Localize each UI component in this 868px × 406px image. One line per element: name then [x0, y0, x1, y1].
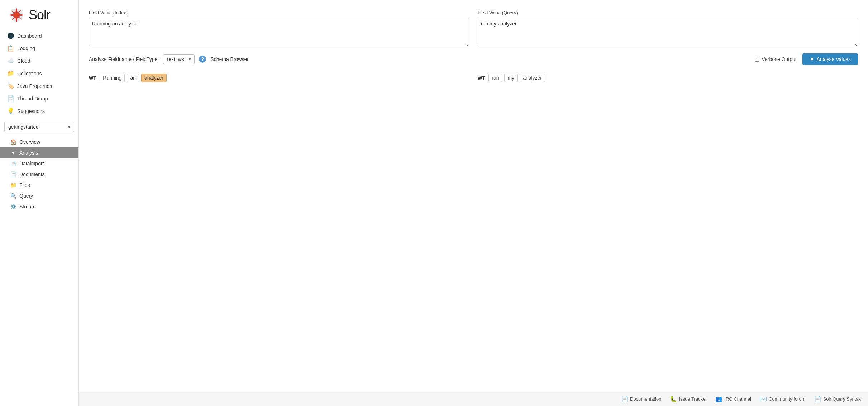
verbose-output-label[interactable]: Verbose Output — [755, 56, 796, 62]
sidebar-sub-item-query[interactable]: 🔍 Query — [0, 190, 78, 201]
dashboard-icon: 🌑 — [7, 32, 14, 39]
tokens-index-panel: WT Running an analyzer — [89, 74, 469, 82]
token-an: an — [127, 74, 139, 82]
help-icon[interactable]: ? — [199, 56, 206, 63]
field-index-group: Field Value (Index) Running an analyzer — [89, 10, 469, 46]
irc-channel-icon: 👥 — [715, 396, 722, 402]
suggestions-icon: 💡 — [7, 108, 14, 114]
sidebar-item-suggestions-label: Suggestions — [17, 108, 45, 114]
sidebar-item-suggestions[interactable]: 💡 Suggestions — [0, 105, 78, 117]
community-forum-label: Community forum — [769, 396, 806, 402]
fieldtype-select[interactable]: text_ws — [163, 54, 195, 64]
footer-solr-query-syntax-link[interactable]: 📄 Solr Query Syntax — [814, 396, 861, 402]
sidebar-item-collections[interactable]: 📁 Collections — [0, 67, 78, 80]
issue-tracker-icon: 🐛 — [670, 396, 677, 402]
query-icon: 🔍 — [10, 193, 16, 199]
token-my: my — [504, 74, 518, 82]
analyse-values-label: Analyse Values — [817, 56, 851, 62]
collections-icon: 📁 — [7, 70, 14, 77]
sidebar-sub-item-query-label: Query — [19, 193, 33, 199]
field-query-textarea[interactable]: run my analyzer — [478, 18, 858, 46]
analyse-fieldname-row: Analyse Fieldname / FieldType: text_ws ▼… — [89, 53, 858, 65]
sidebar-item-dashboard-label: Dashboard — [17, 33, 42, 39]
solr-query-syntax-icon: 📄 — [814, 396, 821, 402]
token-analyzer-highlighted: analyzer — [141, 74, 167, 82]
field-index-label: Field Value (Index) — [89, 10, 469, 15]
issue-tracker-label: Issue Tracker — [679, 396, 707, 402]
token-wt-index: WT — [89, 75, 96, 81]
footer-documentation-link[interactable]: 📄 Documentation — [621, 396, 661, 402]
sidebar-sub-item-analysis[interactable]: ▼ Analysis — [0, 147, 78, 158]
field-value-row: Field Value (Index) Running an analyzer … — [89, 10, 858, 46]
sidebar-sub-item-stream[interactable]: ⚙️ Stream — [0, 201, 78, 212]
token-run: run — [488, 74, 502, 82]
main-nav: 🌑 Dashboard 📋 Logging ☁️ Cloud 📁 Collect… — [0, 28, 78, 119]
documents-icon: 📄 — [10, 171, 16, 177]
sidebar: Solr 🌑 Dashboard 📋 Logging ☁️ Cloud 📁 Co… — [0, 0, 79, 406]
stream-icon: ⚙️ — [10, 204, 16, 209]
field-index-textarea[interactable]: Running an analyzer — [89, 18, 469, 46]
solr-query-syntax-label: Solr Query Syntax — [823, 396, 861, 402]
sidebar-sub-item-overview[interactable]: 🏠 Overview — [0, 137, 78, 147]
sidebar-item-collections-label: Collections — [17, 71, 42, 76]
sidebar-item-cloud[interactable]: ☁️ Cloud — [0, 55, 78, 67]
token-wt-query: WT — [478, 75, 485, 81]
java-properties-icon: 🏷️ — [7, 82, 14, 89]
analyse-fieldname-label: Analyse Fieldname / FieldType: — [89, 56, 159, 62]
sidebar-sub-item-dataimport[interactable]: 📄 Dataimport — [0, 158, 78, 169]
field-query-group: Field Value (Query) run my analyzer — [478, 10, 858, 46]
sidebar-item-thread-dump-label: Thread Dump — [17, 96, 48, 102]
sidebar-item-java-properties-label: Java Properties — [17, 83, 52, 89]
footer-community-forum-link[interactable]: ✉️ Community forum — [760, 396, 806, 402]
collection-select[interactable]: gettingstarted — [4, 122, 74, 132]
collection-dropdown-wrapper: gettingstarted ▼ — [4, 122, 74, 132]
analysis-icon: ▼ — [10, 150, 16, 156]
schema-browser-link[interactable]: Schema Browser — [210, 56, 249, 62]
sidebar-sub-item-documents[interactable]: 📄 Documents — [0, 169, 78, 180]
footer: 📄 Documentation 🐛 Issue Tracker 👥 IRC Ch… — [79, 392, 868, 406]
analysis-panel: Field Value (Index) Running an analyzer … — [79, 0, 868, 392]
analyse-values-button[interactable]: ▼ Analyse Values — [802, 53, 858, 65]
main-content: Field Value (Index) Running an analyzer … — [79, 0, 868, 406]
documentation-icon: 📄 — [621, 396, 628, 402]
sidebar-sub-item-documents-label: Documents — [19, 171, 45, 177]
logo: Solr — [0, 0, 78, 28]
sidebar-item-logging[interactable]: 📋 Logging — [0, 42, 78, 55]
cloud-icon: ☁️ — [7, 57, 14, 64]
fieldtype-select-wrapper: text_ws ▼ — [163, 54, 195, 64]
sidebar-item-thread-dump[interactable]: 📄 Thread Dump — [0, 92, 78, 105]
verbose-output-checkbox[interactable] — [755, 57, 759, 62]
sidebar-sub-item-overview-label: Overview — [19, 139, 40, 145]
footer-issue-tracker-link[interactable]: 🐛 Issue Tracker — [670, 396, 707, 402]
svg-point-2 — [14, 13, 19, 17]
community-forum-icon: ✉️ — [760, 396, 767, 402]
sidebar-sub-item-analysis-label: Analysis — [19, 150, 38, 156]
irc-channel-label: IRC Channel — [724, 396, 751, 402]
right-options: Verbose Output ▼ Analyse Values — [755, 53, 858, 65]
documentation-label: Documentation — [630, 396, 661, 402]
sidebar-sub-item-files[interactable]: 📁 Files — [0, 180, 78, 190]
solr-logo-text: Solr — [29, 8, 50, 23]
footer-irc-channel-link[interactable]: 👥 IRC Channel — [715, 396, 751, 402]
sidebar-item-logging-label: Logging — [17, 46, 35, 51]
sidebar-sub-item-stream-label: Stream — [19, 204, 35, 209]
files-icon: 📁 — [10, 182, 16, 188]
dataimport-icon: 📄 — [10, 161, 16, 166]
solr-logo-icon — [7, 6, 26, 24]
sidebar-item-dashboard[interactable]: 🌑 Dashboard — [0, 29, 78, 42]
logging-icon: 📋 — [7, 45, 14, 52]
token-running: Running — [100, 74, 125, 82]
tokens-row: WT Running an analyzer WT run my analyze… — [89, 74, 858, 82]
sidebar-sub-item-dataimport-label: Dataimport — [19, 161, 44, 166]
filter-icon: ▼ — [810, 56, 815, 62]
sidebar-sub-item-files-label: Files — [19, 182, 30, 188]
verbose-output-text: Verbose Output — [762, 56, 796, 62]
token-analyzer-query: analyzer — [520, 74, 545, 82]
sidebar-item-cloud-label: Cloud — [17, 58, 30, 64]
tokens-query-panel: WT run my analyzer — [478, 74, 858, 82]
sidebar-item-java-properties[interactable]: 🏷️ Java Properties — [0, 80, 78, 92]
overview-icon: 🏠 — [10, 139, 16, 145]
thread-dump-icon: 📄 — [7, 95, 14, 102]
sub-nav: 🏠 Overview ▼ Analysis 📄 Dataimport 📄 Doc… — [0, 135, 78, 213]
field-query-label: Field Value (Query) — [478, 10, 858, 15]
